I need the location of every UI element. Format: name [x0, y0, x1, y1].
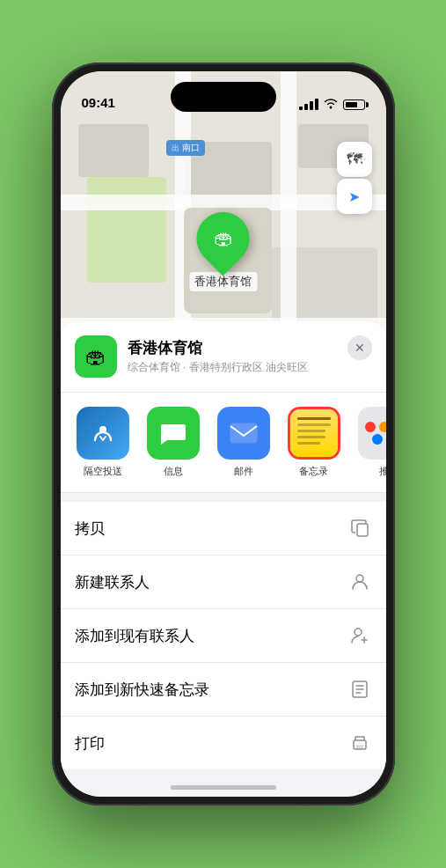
marker-pin: 🏟: [186, 202, 260, 276]
action-add-existing[interactable]: 添加到现有联系人: [61, 609, 386, 663]
share-item-messages[interactable]: 信息: [145, 407, 201, 478]
action-new-contact-label: 新建联系人: [75, 572, 150, 592]
location-marker: 🏟 香港体育馆: [189, 212, 257, 291]
signal-icon: [299, 99, 318, 110]
action-new-contact[interactable]: 新建联系人: [61, 555, 386, 609]
airdrop-icon: [91, 421, 115, 445]
bottom-sheet: 🏟 香港体育馆 综合体育馆 · 香港特别行政区 油尖旺区 ✕: [61, 321, 386, 797]
person-icon: [347, 570, 372, 594]
share-item-notes[interactable]: 备忘录: [286, 407, 342, 478]
print-icon: [347, 731, 372, 755]
status-icons: [299, 97, 365, 112]
copy-icon: [347, 516, 372, 541]
mail-icon: [230, 423, 258, 444]
marker-icon: 🏟: [214, 227, 233, 250]
airdrop-icon-wrap: [77, 407, 129, 460]
action-copy-label: 拷贝: [75, 519, 105, 539]
more-dot-1: [365, 422, 376, 432]
battery-icon: [343, 99, 365, 110]
share-item-airdrop[interactable]: 隔空投送: [75, 407, 131, 478]
action-add-existing-label: 添加到现有联系人: [75, 626, 194, 646]
location-subtitle: 综合体育馆 · 香港特别行政区 油尖旺区: [128, 360, 372, 375]
dynamic-island: [171, 82, 276, 112]
action-quick-note[interactable]: 添加到新快速备忘录: [61, 663, 386, 717]
more-label: 推: [379, 465, 386, 478]
location-card-icon: 🏟: [75, 335, 117, 378]
map-view-toggle[interactable]: 🗺: [337, 142, 372, 177]
location-info: 香港体育馆 综合体育馆 · 香港特别行政区 油尖旺区: [128, 338, 372, 375]
close-button[interactable]: ✕: [347, 335, 372, 360]
share-row: 隔空投送 信息: [61, 393, 386, 493]
notes-label: 备忘录: [299, 465, 328, 478]
mail-label: 邮件: [234, 465, 253, 478]
more-icon-wrap: [358, 407, 386, 460]
more-dot-2: [379, 422, 386, 432]
notes-icon-wrap: [288, 407, 340, 460]
map-exit-label: 出 南口: [166, 140, 205, 156]
location-card: 🏟 香港体育馆 综合体育馆 · 香港特别行政区 油尖旺区 ✕: [61, 321, 386, 393]
svg-point-3: [356, 575, 363, 582]
action-print[interactable]: 打印: [61, 717, 386, 769]
action-quick-note-label: 添加到新快速备忘录: [75, 680, 209, 700]
svg-rect-2: [357, 524, 368, 536]
location-button[interactable]: ➤: [337, 179, 372, 214]
note-icon: [347, 677, 372, 702]
svg-point-4: [355, 629, 362, 636]
svg-rect-1: [230, 423, 257, 443]
action-print-label: 打印: [75, 733, 105, 754]
person-add-icon: [347, 623, 372, 648]
location-name: 香港体育馆: [128, 338, 372, 358]
messages-label: 信息: [164, 465, 183, 478]
wifi-icon: [324, 97, 338, 112]
share-item-mail[interactable]: 邮件: [216, 407, 272, 478]
status-time: 09:41: [82, 95, 115, 112]
more-dot-4: [372, 434, 383, 445]
messages-icon: [159, 421, 187, 445]
messages-icon-wrap: [147, 407, 200, 460]
notes-icon: [290, 408, 338, 458]
share-item-more[interactable]: 推: [356, 407, 386, 478]
action-copy[interactable]: 拷贝: [61, 502, 386, 555]
home-indicator: [171, 785, 276, 790]
action-list: 拷贝 新建联系人: [61, 502, 386, 769]
mail-icon-wrap: [217, 407, 270, 460]
svg-rect-7: [356, 745, 363, 749]
phone-screen: 09:41: [61, 71, 386, 797]
phone-frame: 09:41: [52, 63, 395, 805]
map-controls: 🗺 ➤: [337, 142, 372, 214]
airdrop-label: 隔空投送: [84, 465, 122, 478]
